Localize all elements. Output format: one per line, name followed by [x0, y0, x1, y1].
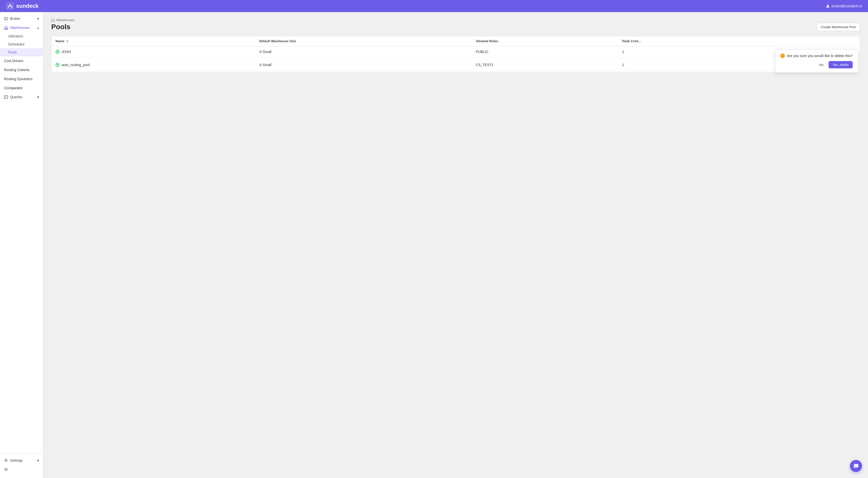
comparator-label: Comparator	[4, 86, 23, 90]
broker-chevron: ▾	[37, 17, 39, 21]
confirm-yes-delete-button[interactable]: Yes, delete	[829, 61, 853, 68]
page-header: Pools Create Warehouse Pool	[51, 23, 860, 36]
queries-chevron: ▾	[37, 95, 39, 99]
breadcrumb-text: Warehouses	[56, 18, 74, 22]
sidebar: Broker ▾ Warehouses ▴ Utilization Schedu…	[0, 12, 43, 478]
pools-table-container: Name ⇅ Default Warehouse Size Allowed Ro…	[51, 36, 860, 72]
queries-label: Queries	[10, 95, 22, 99]
sidebar-item-pools[interactable]: Pools	[0, 48, 43, 56]
row-pool-size: X-Small	[255, 58, 472, 72]
hamburger-icon	[4, 468, 8, 472]
user-email: anshul@sundeck.io	[831, 4, 862, 8]
sidebar-item-settings[interactable]: Settings ▾	[0, 456, 43, 465]
svg-rect-5	[4, 95, 8, 98]
table-row: JOSH X-Small PUBLIC 1	[52, 46, 860, 58]
row-josh-roles: PUBLIC	[472, 46, 618, 58]
user-menu[interactable]: anshul@sundeck.io	[826, 4, 862, 8]
main-content: Warehouses Pools Create Warehouse Pool N…	[43, 12, 868, 478]
top-navigation: sundeck anshul@sundeck.io	[0, 0, 868, 12]
delete-confirm-popup: ! Are you sure you would like to delete …	[775, 49, 858, 72]
pools-label: Pools	[8, 50, 17, 54]
svg-rect-3	[5, 28, 6, 29]
utilization-label: Utilization	[8, 34, 23, 38]
user-icon	[826, 4, 830, 8]
schedules-label: Schedules	[8, 42, 24, 46]
row-pool-roles: CS_TEST1	[472, 58, 618, 72]
cost-drivers-label: Cost Drivers	[4, 59, 23, 63]
page-title: Pools	[51, 23, 70, 31]
status-icon-josh	[56, 50, 60, 54]
pools-table: Name ⇅ Default Warehouse Size Allowed Ro…	[52, 36, 860, 72]
sidebar-item-comparator[interactable]: Comparator	[0, 84, 43, 92]
svg-point-6	[5, 460, 7, 461]
row-josh-credits: 1	[618, 46, 747, 58]
breadcrumb-icon	[51, 18, 55, 22]
chat-button[interactable]	[850, 460, 862, 472]
sidebar-item-cost-drivers[interactable]: Cost Drivers	[0, 56, 43, 65]
broker-label: Broker	[10, 17, 20, 21]
sidebar-item-routing-dynamics[interactable]: Routing Dynamics	[0, 74, 43, 84]
create-warehouse-pool-button[interactable]: Create Warehouse Pool	[817, 23, 860, 31]
routing-cohorts-label: Routing Cohorts	[4, 68, 29, 72]
sort-icon-name[interactable]: ⇅	[66, 40, 68, 43]
sidebar-bottom: Settings ▾	[0, 454, 43, 476]
sidebar-item-queries[interactable]: Queries ▾	[0, 92, 43, 101]
col-actions	[747, 36, 860, 46]
svg-rect-0	[6, 2, 14, 10]
breadcrumb: Warehouses	[51, 18, 860, 22]
row-pool-name: auto_routing_pool	[52, 58, 255, 72]
settings-chevron: ▾	[37, 458, 39, 462]
routing-dynamics-label: Routing Dynamics	[4, 77, 33, 81]
settings-icon	[4, 458, 8, 462]
sidebar-item-broker[interactable]: Broker ▾	[0, 14, 43, 23]
chat-icon	[853, 463, 859, 469]
row-pool-credits: 1	[618, 58, 747, 72]
warehouses-subnav: Utilization Schedules Pools	[0, 32, 43, 56]
queries-icon	[4, 95, 8, 99]
table-header-row: Name ⇅ Default Warehouse Size Allowed Ro…	[52, 36, 860, 46]
warehouses-chevron: ▴	[37, 26, 39, 30]
logo-text: sundeck	[16, 3, 38, 9]
confirm-message: ! Are you sure you would like to delete …	[780, 54, 853, 58]
status-icon-pool	[56, 63, 60, 67]
col-allowed-roles: Allowed Roles	[472, 36, 618, 46]
col-name: Name ⇅	[52, 36, 255, 46]
sidebar-item-schedules[interactable]: Schedules	[0, 40, 43, 48]
warning-icon: !	[780, 54, 785, 58]
sidebar-item-utilization[interactable]: Utilization	[0, 32, 43, 40]
warehouse-icon	[4, 26, 8, 30]
sidebar-collapse-btn[interactable]	[0, 465, 43, 474]
sidebar-item-routing-cohorts[interactable]: Routing Cohorts	[0, 65, 43, 74]
col-default-warehouse-size: Default Warehouse Size	[255, 36, 472, 46]
row-josh-size: X-Small	[255, 46, 472, 58]
settings-label: Settings	[10, 458, 23, 462]
col-peak-credits: Peak Cred...	[618, 36, 747, 46]
svg-point-1	[827, 4, 829, 6]
logo[interactable]: sundeck	[6, 2, 38, 10]
row-josh-name: JOSH	[52, 46, 255, 58]
confirm-no-button[interactable]: No	[816, 61, 827, 68]
table-row: auto_routing_pool X-Small CS_TEST1 1 ···	[52, 58, 860, 72]
broker-icon	[4, 17, 8, 21]
svg-rect-2	[4, 17, 8, 20]
sidebar-item-warehouses[interactable]: Warehouses ▴	[0, 23, 43, 32]
logo-icon	[6, 2, 14, 10]
confirm-actions: No Yes, delete	[780, 61, 853, 68]
warehouses-label: Warehouses	[10, 26, 30, 30]
svg-rect-4	[6, 28, 7, 29]
